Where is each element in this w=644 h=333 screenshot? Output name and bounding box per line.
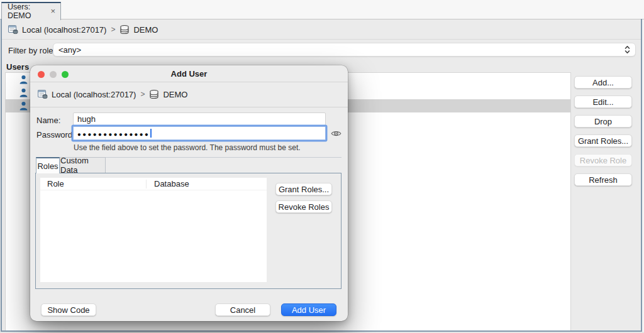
name-input[interactable] bbox=[73, 112, 326, 126]
dialog-title: Add User bbox=[171, 69, 208, 79]
app-window: Users: DEMO × Local (localhost:27017) > … bbox=[0, 0, 644, 333]
user-icon bbox=[19, 88, 28, 97]
database-icon bbox=[119, 25, 130, 35]
tab-custom-data[interactable]: Custom Data bbox=[60, 157, 106, 173]
stepper-icon bbox=[625, 45, 630, 54]
dialog-breadcrumb-database: DEMO bbox=[163, 90, 187, 99]
separator bbox=[30, 107, 348, 107]
user-icon bbox=[19, 101, 28, 111]
database-icon bbox=[149, 89, 159, 99]
breadcrumb-chevron-icon: > bbox=[140, 90, 145, 99]
tab-bar bbox=[0, 0, 644, 19]
tab-users-demo[interactable]: Users: DEMO × bbox=[1, 2, 61, 20]
connection-icon bbox=[38, 89, 48, 99]
edit-button[interactable]: Edit... bbox=[574, 96, 632, 108]
close-traffic-light[interactable] bbox=[38, 71, 45, 78]
password-label: Password: bbox=[36, 130, 75, 139]
separator bbox=[2, 39, 641, 40]
revoke-role-button: Revoke Role bbox=[574, 154, 632, 166]
dialog-grant-roles-button[interactable]: Grant Roles... bbox=[275, 183, 332, 195]
drop-button[interactable]: Drop bbox=[574, 115, 632, 128]
name-label: Name: bbox=[36, 116, 60, 125]
password-hint: Use the field above to set the password.… bbox=[74, 143, 301, 152]
dialog-revoke-roles-button[interactable]: Revoke Roles bbox=[275, 200, 332, 213]
roles-tab-panel: Role Database Grant Roles... Revoke Role… bbox=[35, 173, 341, 289]
breadcrumb-database: DEMO bbox=[133, 25, 158, 35]
eye-icon bbox=[331, 128, 341, 139]
column-header-role: Role bbox=[40, 180, 147, 188]
password-masked-value: ●●●●●●●●●●●●●● bbox=[77, 130, 150, 137]
roles-table-header: Role Database bbox=[40, 178, 267, 190]
show-code-button[interactable]: Show Code bbox=[41, 303, 96, 316]
cancel-button[interactable]: Cancel bbox=[215, 303, 270, 316]
dialog-titlebar[interactable]: Add User bbox=[30, 65, 348, 82]
show-password-button[interactable] bbox=[330, 128, 341, 139]
traffic-lights bbox=[38, 71, 69, 78]
dialog-breadcrumb: Local (localhost:27017) > DEMO bbox=[38, 89, 187, 99]
add-button[interactable]: Add... bbox=[574, 76, 632, 89]
breadcrumb-chevron-icon: > bbox=[110, 25, 116, 34]
user-icon bbox=[19, 75, 28, 84]
connection-icon bbox=[8, 25, 18, 35]
filter-role-value: <any> bbox=[58, 45, 625, 55]
users-panel-title: Users bbox=[6, 62, 29, 72]
password-input[interactable]: ●●●●●●●●●●●●●● bbox=[73, 126, 326, 140]
add-user-button[interactable]: Add User bbox=[281, 303, 336, 316]
column-header-database: Database bbox=[147, 179, 189, 188]
filter-role-select[interactable]: <any> bbox=[53, 43, 636, 57]
tab-strip-line bbox=[106, 157, 341, 158]
dialog-breadcrumb-connection: Local (localhost:27017) bbox=[52, 90, 136, 99]
breadcrumb: Local (localhost:27017) > DEMO bbox=[8, 25, 158, 35]
roles-table[interactable]: Role Database bbox=[40, 178, 267, 282]
text-caret bbox=[150, 129, 152, 138]
refresh-button[interactable]: Refresh bbox=[574, 173, 632, 186]
minimize-traffic-light bbox=[50, 71, 57, 78]
grant-roles-button[interactable]: Grant Roles... bbox=[574, 134, 632, 147]
tab-close-icon[interactable]: × bbox=[50, 7, 55, 15]
tab-roles[interactable]: Roles bbox=[36, 157, 60, 173]
tab-title: Users: DEMO bbox=[8, 3, 45, 20]
zoom-traffic-light[interactable] bbox=[62, 71, 69, 78]
breadcrumb-connection: Local (localhost:27017) bbox=[22, 25, 106, 35]
add-user-dialog: Add User Local (localhost:27017) > DEMO … bbox=[30, 65, 348, 321]
filter-role-label: Filter by role: bbox=[8, 46, 55, 55]
